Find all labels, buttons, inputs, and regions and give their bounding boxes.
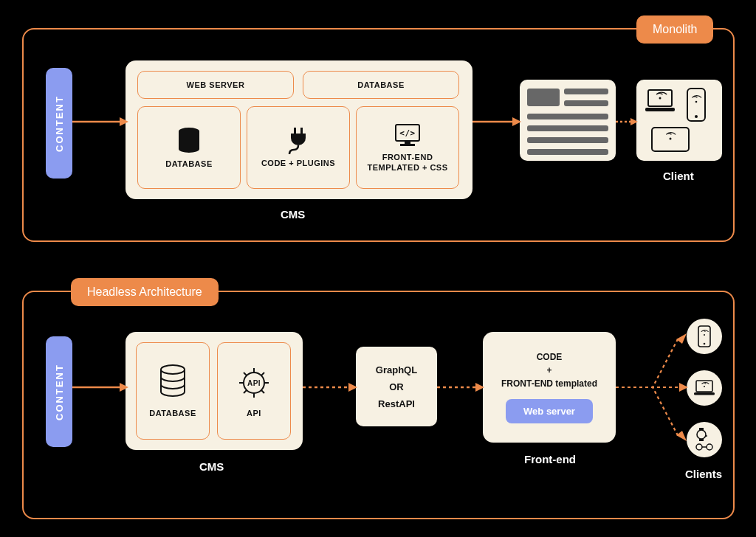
svg-line-28: [244, 390, 247, 393]
frontend-label-1: FRONT-END: [382, 153, 433, 162]
svg-rect-2: [300, 128, 303, 134]
database-top-label: DATABASE: [357, 80, 404, 89]
svg-point-14: [670, 138, 672, 140]
svg-marker-20: [630, 118, 638, 125]
svg-marker-18: [512, 117, 521, 126]
h-cms-label: CMS: [199, 460, 224, 473]
client-phone-circle: [687, 319, 722, 354]
client-laptop-circle: [687, 370, 722, 406]
protocol-box: GraphQL OR RestAPI: [356, 347, 437, 426]
arrow-h-content-cms: [72, 382, 128, 392]
database-top-box: DATABASE: [303, 71, 459, 99]
arrow-fan: [616, 325, 690, 450]
database-box: DATABASE: [137, 106, 241, 189]
client-label: Client: [663, 170, 694, 182]
arrow-content-cms: [72, 117, 128, 127]
h-database-label: DATABASE: [149, 409, 196, 418]
svg-point-8: [659, 97, 662, 100]
svg-marker-48: [348, 383, 357, 392]
database-label: DATABASE: [165, 159, 212, 168]
frontend-box-h: CODE + FRONT-END templated Web server: [483, 332, 616, 443]
web-server-box: WEB SERVER: [137, 71, 294, 99]
svg-line-30: [244, 373, 247, 375]
client-watch-circle: [687, 422, 722, 457]
laptop-icon-2: [693, 379, 716, 397]
svg-text:</>: </>: [399, 128, 415, 138]
arrow-cms-browser: [472, 117, 521, 127]
svg-rect-39: [699, 428, 704, 430]
svg-point-21: [161, 365, 185, 374]
svg-point-43: [707, 444, 712, 450]
svg-rect-6: [400, 144, 415, 146]
svg-point-12: [695, 101, 698, 103]
or-label: OR: [389, 381, 404, 392]
cms-label: CMS: [281, 208, 305, 221]
svg-marker-51: [676, 333, 687, 344]
plug-icon: [287, 128, 309, 154]
arrow-browser-client: [616, 117, 638, 127]
svg-point-42: [696, 444, 702, 450]
content-text-2: CONTENT: [54, 364, 65, 420]
web-server-label: WEB SERVER: [187, 80, 245, 89]
graphql-label: GraphQL: [376, 364, 417, 375]
arrow-h-cms-protocol: [303, 382, 357, 392]
svg-line-27: [261, 373, 264, 375]
restapi-label: RestAPI: [378, 398, 415, 409]
svg-line-29: [261, 390, 264, 393]
frontend-label-under: Front-end: [524, 453, 576, 465]
svg-point-37: [704, 386, 705, 387]
svg-point-34: [704, 334, 705, 336]
phone-icon-2: [697, 325, 712, 347]
fe-code-label: CODE: [537, 352, 563, 362]
clients-label: Clients: [685, 468, 722, 480]
svg-rect-36: [694, 392, 715, 395]
h-api-label: API: [247, 409, 261, 418]
code-plugins-box: CODE + PLUGINS: [247, 106, 350, 189]
svg-marker-50: [475, 383, 484, 392]
svg-marker-46: [120, 383, 128, 392]
database-icon: [176, 127, 202, 155]
monitor-code-icon: </>: [393, 123, 422, 148]
headless-badge: Headless Architecture: [71, 278, 219, 306]
fe-plus-label: +: [546, 365, 551, 375]
svg-point-33: [704, 343, 706, 345]
svg-rect-40: [699, 439, 704, 441]
frontend-box: </> FRONT-END TEMPLATED + CSS: [356, 106, 459, 189]
headless-content-pill: CONTENT: [46, 336, 72, 447]
h-database-box: DATABASE: [136, 342, 210, 440]
h-api-box: API API: [217, 342, 291, 440]
monolith-content-pill: CONTENT: [46, 68, 72, 179]
tablet-icon: [650, 125, 691, 153]
svg-marker-52: [679, 383, 688, 392]
web-server-pill: Web server: [506, 399, 593, 423]
phone-icon: [685, 87, 707, 122]
watch-glasses-icon: [693, 428, 715, 451]
laptop-icon: [644, 89, 676, 114]
svg-rect-1: [294, 128, 296, 134]
browser-wireframe: [520, 80, 616, 161]
client-devices: [636, 80, 722, 161]
database-icon-outline: [157, 364, 188, 400]
svg-point-11: [695, 115, 698, 118]
fe-tmpl-label: FRONT-END templated: [501, 378, 597, 389]
svg-point-41: [706, 435, 707, 437]
svg-marker-53: [676, 431, 687, 441]
code-plugins-label: CODE + PLUGINS: [261, 159, 335, 167]
svg-rect-9: [645, 108, 675, 111]
api-gear-icon: API: [236, 364, 272, 401]
svg-point-38: [697, 430, 706, 439]
arrow-h-protocol-fe: [437, 382, 484, 392]
frontend-label-2: TEMPLATED + CSS: [367, 163, 447, 172]
monolith-badge: Monolith: [636, 15, 713, 44]
svg-text:API: API: [247, 379, 261, 387]
content-text: CONTENT: [54, 95, 65, 152]
svg-rect-5: [405, 141, 410, 144]
svg-marker-16: [120, 117, 128, 126]
